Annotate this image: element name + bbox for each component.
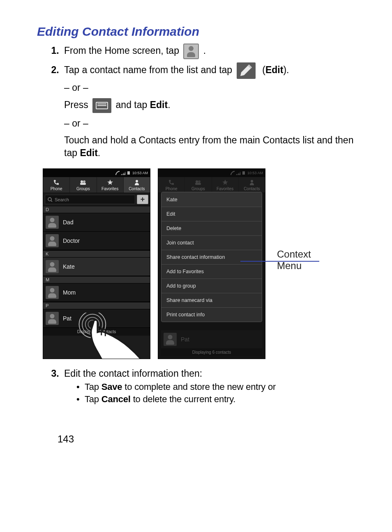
avatar-icon	[46, 312, 59, 325]
tab-favorites[interactable]: Favorites	[97, 177, 124, 193]
context-menu-title: Kate	[161, 192, 262, 207]
svg-point-2	[83, 180, 85, 183]
step2-edit-label: ((Edit)Edit)	[260, 64, 286, 75]
svg-line-6	[51, 200, 52, 202]
add-contact-button[interactable]: +	[137, 195, 148, 204]
context-menu-item-edit[interactable]: Edit	[161, 207, 262, 221]
avatar-icon	[46, 260, 59, 273]
step-2: Tap a contact name from the list and tap…	[62, 62, 355, 159]
section-heading: Editing Contact Information	[37, 25, 355, 39]
search-placeholder: Search	[55, 197, 69, 202]
step2-or-2: – or –	[64, 117, 355, 130]
step2-or-1: – or –	[64, 81, 355, 94]
step2-alt2: Touch and hold a Contacts entry from the…	[64, 134, 355, 159]
svg-point-1	[81, 180, 83, 183]
tab-favorites-label: Favorites	[101, 187, 118, 191]
step2-alt1-c: .	[168, 99, 170, 110]
callout-leader-line	[240, 261, 319, 262]
context-menu-item-group[interactable]: Add to group	[161, 279, 262, 293]
tab-groups-label: Groups	[76, 187, 90, 191]
callout-context-menu: Context Menu	[277, 249, 311, 272]
svg-rect-0	[127, 171, 130, 175]
bullet-cancel-bold: Cancel	[101, 394, 131, 404]
context-menu-item-delete[interactable]: Delete	[161, 221, 262, 236]
contact-name: Doctor	[63, 237, 80, 244]
step2-alt2-edit: Edit	[80, 147, 97, 158]
step-3: Edit the contact information then: Tap S…	[62, 368, 355, 405]
edit-pencil-icon	[237, 62, 256, 79]
context-menu-item-join[interactable]: Join contact	[161, 236, 262, 250]
step2-alt2-a: Touch and hold a Contacts entry from the…	[64, 135, 353, 158]
menu-key-icon	[92, 98, 111, 113]
contact-name: Dad	[63, 219, 74, 226]
contact-name: Kate	[63, 263, 75, 270]
tab-phone-label: Phone	[51, 187, 62, 191]
bullet-cancel: Tap Cancel to delete the current entry.	[76, 394, 355, 405]
bullet-save-b: to complete and store the new entry or	[122, 382, 276, 392]
tab-contacts[interactable]: Contacts	[124, 177, 150, 193]
step2-alt1-edit: Edit	[150, 99, 168, 110]
step2-text-b: .	[286, 64, 289, 75]
step2-alt1: Press and tap Edit.	[64, 98, 355, 113]
tab-bar: Phone Groups Favorites Contacts	[43, 177, 150, 193]
svg-point-5	[48, 198, 51, 201]
bullet-save: Tap Save to complete and store the new e…	[76, 382, 355, 392]
index-letter: D	[43, 206, 150, 213]
tab-groups[interactable]: Groups	[70, 177, 97, 193]
index-letter: P	[43, 302, 150, 309]
svg-point-4	[136, 180, 138, 182]
contact-row[interactable]: Dad	[43, 213, 150, 232]
bullet-save-a: Tap	[85, 382, 101, 392]
contact-row[interactable]: Pat	[43, 309, 150, 328]
avatar-icon	[46, 216, 59, 229]
avatar-icon	[46, 286, 59, 299]
status-icons	[115, 171, 130, 175]
step2-alt2-b: .	[98, 147, 100, 158]
contact-row[interactable]: Doctor	[43, 232, 150, 250]
contacts-count: Displaying 6 contacts	[43, 328, 150, 336]
step2-text-a: Tap a contact name from the list and tap	[64, 64, 235, 75]
step1-text-b: .	[203, 45, 206, 56]
step2-alt1-a: Press	[64, 99, 91, 110]
contacts-count: Displaying 6 contacts	[161, 348, 262, 356]
svg-rect-3	[80, 183, 86, 185]
step1-text-a: From the Home screen, tap	[64, 45, 182, 56]
tab-contacts-label: Contacts	[129, 187, 145, 191]
context-menu-item-share-info[interactable]: Share contact information	[161, 250, 262, 265]
index-letter: M	[43, 276, 150, 283]
screenshot-contacts-list: 10:53 AM Phone Groups Favorites Contacts…	[43, 168, 150, 359]
step-1: From the Home screen, tap .	[62, 44, 355, 59]
search-icon	[48, 197, 53, 202]
tab-phone[interactable]: Phone	[43, 177, 70, 193]
status-bar: 10:53 AM	[43, 169, 150, 177]
contact-row-dimmed: Pat	[161, 330, 262, 348]
page-number: 143	[37, 433, 355, 445]
contact-row[interactable]: Mom	[43, 283, 150, 302]
avatar-icon	[46, 234, 59, 247]
context-menu-item-namecard[interactable]: Share namecard via	[161, 293, 262, 308]
screenshot-context-menu: 10:53 AM Phone Groups Favorites Contacts…	[158, 168, 265, 359]
context-menu-item-favorites[interactable]: Add to Favorites	[161, 265, 262, 279]
step3-text: Edit the contact information then:	[64, 368, 202, 379]
contact-row[interactable]: Kate	[43, 258, 150, 276]
context-menu: Kate Edit Delete Join contact Share cont…	[161, 192, 262, 322]
bullet-cancel-a: Tap	[85, 394, 101, 404]
status-time: 10:53 AM	[132, 171, 148, 175]
step2-alt1-b: and tap	[116, 99, 150, 110]
context-menu-item-print[interactable]: Print contact info	[161, 308, 262, 322]
bullet-save-bold: Save	[101, 382, 122, 392]
search-input[interactable]: Search	[45, 195, 135, 204]
index-letter: K	[43, 250, 150, 258]
contact-name: Pat	[181, 336, 189, 343]
contact-name: Pat	[63, 315, 71, 322]
contact-name: Mom	[63, 289, 76, 296]
bullet-cancel-b: to delete the current entry.	[131, 394, 236, 404]
avatar-icon	[164, 333, 177, 346]
contacts-icon	[183, 44, 199, 59]
